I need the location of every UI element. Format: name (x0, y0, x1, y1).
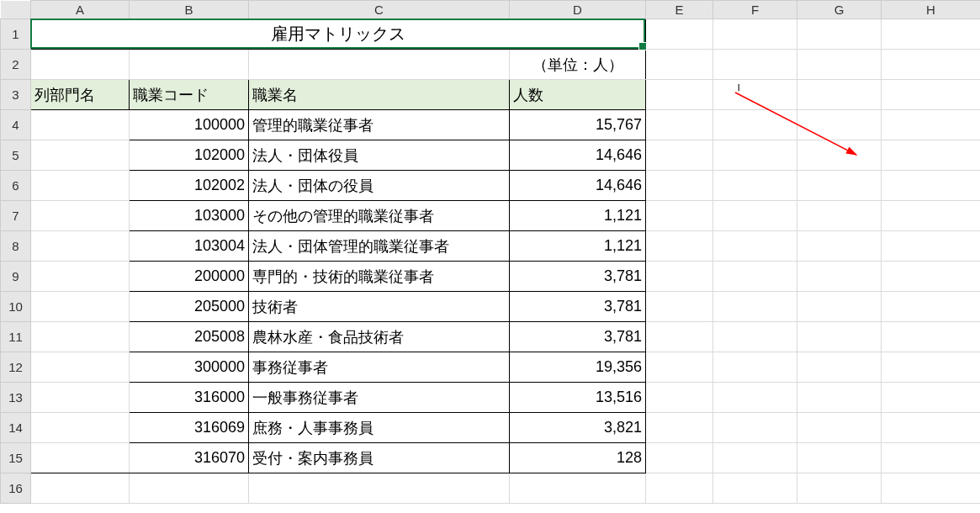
cell-E15[interactable] (646, 443, 713, 473)
cell-B7[interactable]: 103000 (130, 201, 249, 231)
cell-G14[interactable] (797, 413, 882, 443)
row-header-5[interactable]: 5 (1, 140, 31, 171)
cell-B10[interactable]: 205000 (130, 292, 249, 322)
cell-C9[interactable]: 専門的・技術的職業従事者 (249, 262, 510, 292)
cell-E14[interactable] (646, 413, 713, 443)
cell-B14[interactable]: 316069 (130, 413, 249, 443)
row-header-4[interactable]: 4 (1, 110, 31, 140)
cell-H14[interactable] (882, 413, 981, 443)
cell-D14[interactable]: 3,821 (510, 413, 646, 443)
cell-C14[interactable]: 庶務・人事事務員 (249, 413, 510, 443)
cell-C11[interactable]: 農林水産・食品技術者 (249, 322, 510, 352)
cell-D12[interactable]: 19,356 (510, 352, 646, 383)
cell-A5[interactable] (31, 140, 130, 171)
cell-G2[interactable] (797, 50, 882, 80)
header-count[interactable]: 人数 (510, 80, 646, 110)
cell-A4[interactable] (31, 110, 130, 140)
col-header-D[interactable]: D (510, 1, 646, 19)
cell-H6[interactable] (882, 171, 981, 201)
cell-A11[interactable] (31, 322, 130, 352)
cell-B6[interactable]: 102002 (130, 171, 249, 201)
cell-E11[interactable] (646, 322, 713, 352)
cell-D5[interactable]: 14,646 (510, 140, 646, 171)
cell-C7[interactable]: その他の管理的職業従事者 (249, 201, 510, 231)
cell-C16[interactable] (249, 473, 510, 504)
cell-G9[interactable] (797, 262, 882, 292)
col-header-A[interactable]: A (31, 1, 130, 19)
cell-A8[interactable] (31, 231, 130, 262)
cell-D6[interactable]: 14,646 (510, 171, 646, 201)
cell-C12[interactable]: 事務従事者 (249, 352, 510, 383)
cell-D10[interactable]: 3,781 (510, 292, 646, 322)
cell-F11[interactable] (713, 322, 797, 352)
cell-F6[interactable] (713, 171, 797, 201)
cell-H13[interactable] (882, 383, 981, 413)
cell-A7[interactable] (31, 201, 130, 231)
col-header-H[interactable]: H (882, 1, 981, 19)
row-header-8[interactable]: 8 (1, 231, 31, 262)
cell-C13[interactable]: 一般事務従事者 (249, 383, 510, 413)
cell-E4[interactable] (646, 110, 713, 140)
col-header-G[interactable]: G (797, 1, 882, 19)
cell-D9[interactable]: 3,781 (510, 262, 646, 292)
cell-H4[interactable] (882, 110, 981, 140)
cell-D11[interactable]: 3,781 (510, 322, 646, 352)
row-header-16[interactable]: 16 (1, 473, 31, 504)
cell-E10[interactable] (646, 292, 713, 322)
cell-B13[interactable]: 316000 (130, 383, 249, 413)
cell-A10[interactable] (31, 292, 130, 322)
cell-C6[interactable]: 法人・団体の役員 (249, 171, 510, 201)
cell-E5[interactable] (646, 140, 713, 171)
cell-D2[interactable]: （単位：人） (510, 50, 646, 80)
cell-C8[interactable]: 法人・団体管理的職業従事者 (249, 231, 510, 262)
cell-D8[interactable]: 1,121 (510, 231, 646, 262)
title-cell[interactable]: 雇用マトリックス (31, 19, 646, 50)
row-header-15[interactable]: 15 (1, 443, 31, 473)
cell-E3[interactable] (646, 80, 713, 110)
row-header-7[interactable]: 7 (1, 201, 31, 231)
row-header-2[interactable]: 2 (1, 50, 31, 80)
cell-B11[interactable]: 205008 (130, 322, 249, 352)
cell-C15[interactable]: 受付・案内事務員 (249, 443, 510, 473)
cell-A14[interactable] (31, 413, 130, 443)
cell-D13[interactable]: 13,516 (510, 383, 646, 413)
cell-G3[interactable] (797, 80, 882, 110)
cell-G10[interactable] (797, 292, 882, 322)
cell-H1[interactable] (882, 19, 981, 50)
cell-H16[interactable] (882, 473, 981, 504)
cell-D15[interactable]: 128 (510, 443, 646, 473)
cell-H7[interactable] (882, 201, 981, 231)
cell-G15[interactable] (797, 443, 882, 473)
spreadsheet-viewport[interactable]: A B C D E F G H 1 雇用マトリックス (0, 0, 980, 513)
cell-C5[interactable]: 法人・団体役員 (249, 140, 510, 171)
cell-A15[interactable] (31, 443, 130, 473)
cell-B9[interactable]: 200000 (130, 262, 249, 292)
cell-D7[interactable]: 1,121 (510, 201, 646, 231)
cell-H10[interactable] (882, 292, 981, 322)
header-occ-name[interactable]: 職業名 (249, 80, 510, 110)
cell-F9[interactable] (713, 262, 797, 292)
cell-F10[interactable] (713, 292, 797, 322)
col-header-C[interactable]: C (249, 1, 510, 19)
cell-F12[interactable] (713, 352, 797, 383)
cell-F3[interactable] (713, 80, 797, 110)
cell-F5[interactable] (713, 140, 797, 171)
row-header-3[interactable]: 3 (1, 80, 31, 110)
cell-F1[interactable] (713, 19, 797, 50)
cell-G5[interactable] (797, 140, 882, 171)
cell-E9[interactable] (646, 262, 713, 292)
select-all-corner[interactable] (1, 1, 31, 19)
cell-E1[interactable] (646, 19, 713, 50)
col-header-B[interactable]: B (130, 1, 249, 19)
cell-A16[interactable] (31, 473, 130, 504)
cell-G7[interactable] (797, 201, 882, 231)
cell-C10[interactable]: 技術者 (249, 292, 510, 322)
cell-F8[interactable] (713, 231, 797, 262)
cell-H2[interactable] (882, 50, 981, 80)
cell-E6[interactable] (646, 171, 713, 201)
cell-H9[interactable] (882, 262, 981, 292)
cell-B8[interactable]: 103004 (130, 231, 249, 262)
cell-A12[interactable] (31, 352, 130, 383)
cell-B15[interactable]: 316070 (130, 443, 249, 473)
cell-H8[interactable] (882, 231, 981, 262)
